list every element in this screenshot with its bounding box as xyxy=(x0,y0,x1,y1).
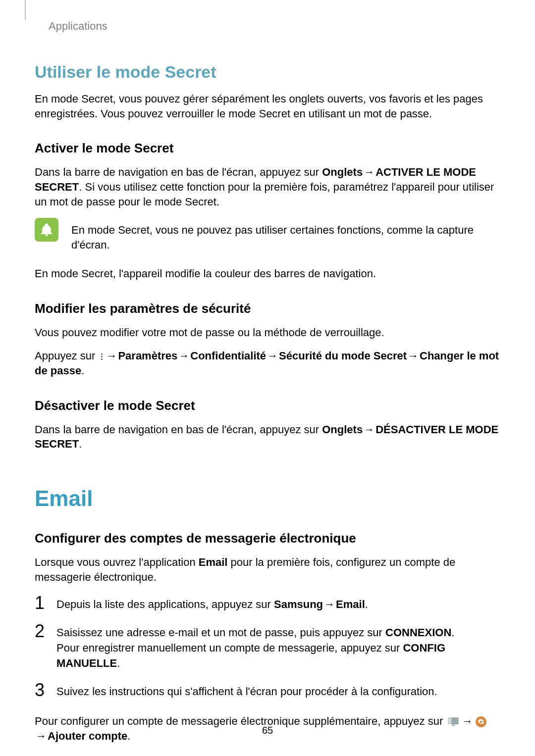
info-note: En mode Secret, vous ne pouvez pas utili… xyxy=(35,218,500,252)
bold-connexion: CONNEXION xyxy=(385,626,451,639)
text: Appuyez sur xyxy=(35,350,98,362)
bold-confidentialite: Confidentialité xyxy=(190,350,266,362)
modify-intro: Vous pouvez modifier votre mot de passe … xyxy=(35,325,500,340)
step-body: Depuis la liste des applications, appuye… xyxy=(56,594,368,612)
modify-path: Appuyez sur → Paramètres → Confidentiali… xyxy=(35,349,500,378)
step-body: Saisissez une adresse e-mail et un mot d… xyxy=(56,622,500,671)
text: . xyxy=(79,438,82,450)
text: . xyxy=(117,657,120,669)
arrow-icon: → xyxy=(266,349,279,363)
breadcrumb: Applications xyxy=(49,20,500,33)
step-number: 1 xyxy=(35,594,53,612)
text: Pour enregistrer manuellement un compte … xyxy=(56,642,403,654)
page-tab-edge xyxy=(25,0,26,20)
subheading-activate: Activer le mode Secret xyxy=(35,141,500,156)
bell-icon xyxy=(35,218,58,242)
bold-parametres: Paramètres xyxy=(118,350,177,362)
step-number: 3 xyxy=(35,681,53,699)
bold-email: Email xyxy=(199,556,228,568)
text: Lorsque vous ouvrez l'application xyxy=(35,556,199,568)
arrow-icon: → xyxy=(407,349,420,363)
bold-samsung: Samsung xyxy=(274,598,323,610)
text: Dans la barre de navigation en bas de l'… xyxy=(35,166,322,178)
page-number: 65 xyxy=(0,725,535,736)
text: . xyxy=(81,364,84,377)
activate-paragraph: Dans la barre de navigation en bas de l'… xyxy=(35,165,500,209)
bold-onglets: Onglets xyxy=(322,423,363,436)
deactivate-paragraph: Dans la barre de navigation en bas de l'… xyxy=(35,422,500,452)
arrow-icon: → xyxy=(323,597,336,612)
bold-email: Email xyxy=(336,598,365,610)
more-vertical-icon xyxy=(99,351,104,362)
configure-intro: Lorsque vous ouvrez l'application Email … xyxy=(35,555,500,584)
text: . xyxy=(451,626,454,639)
step-2: 2 Saisissez une adresse e-mail et un mot… xyxy=(35,622,500,671)
document-page: Applications Utiliser le mode Secret En … xyxy=(0,0,535,756)
subheading-configure: Configurer des comptes de messagerie éle… xyxy=(35,531,500,546)
svg-rect-1 xyxy=(448,718,451,724)
text: Depuis la liste des applications, appuye… xyxy=(56,598,274,610)
section-heading-secret: Utiliser le mode Secret xyxy=(35,62,500,82)
section-heading-email: Email xyxy=(35,486,500,511)
step-1: 1 Depuis la liste des applications, appu… xyxy=(35,594,500,612)
arrow-icon: → xyxy=(177,349,190,363)
step-3: 3 Suivez les instructions qui s'affichen… xyxy=(35,681,500,700)
text: Dans la barre de navigation en bas de l'… xyxy=(35,423,322,436)
note-text: En mode Secret, vous ne pouvez pas utili… xyxy=(71,218,500,252)
step-number: 2 xyxy=(35,622,53,640)
step-body: Suivez les instructions qui s'affichent … xyxy=(56,681,437,700)
arrow-icon: → xyxy=(363,165,375,180)
bold-securite: Sécurité du mode Secret xyxy=(279,350,407,362)
arrow-icon: → xyxy=(105,349,118,363)
nav-color-note: En mode Secret, l'appareil modifie la co… xyxy=(35,266,500,281)
text: . Si vous utilisez cette fonction pour l… xyxy=(35,181,494,208)
subheading-modify: Modifier les paramètres de sécurité xyxy=(35,301,500,316)
bold-onglets: Onglets xyxy=(322,166,363,178)
secret-intro: En mode Secret, vous pouvez gérer séparé… xyxy=(35,92,500,121)
arrow-icon: → xyxy=(363,422,375,437)
text: Saisissez une adresse e-mail et un mot d… xyxy=(56,626,385,639)
subheading-deactivate: Désactiver le mode Secret xyxy=(35,398,500,413)
text: . xyxy=(365,598,368,610)
